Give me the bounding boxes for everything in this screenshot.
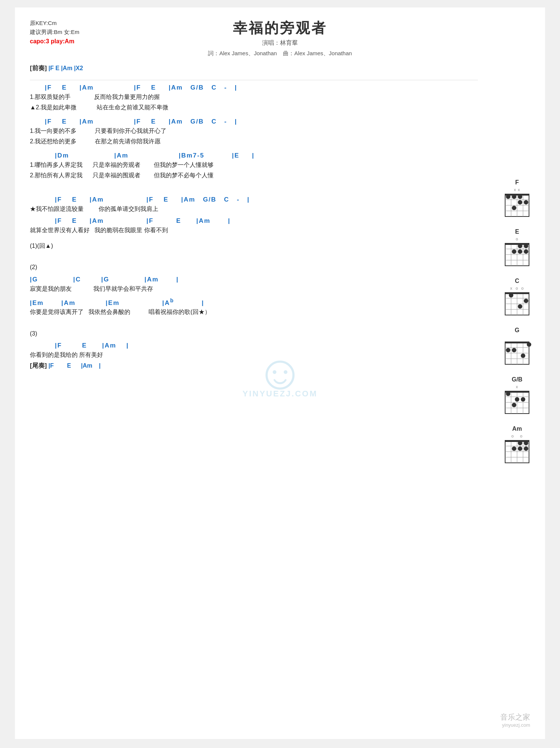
verse-g-chords2: |Em |Am |Em |Ab | — [30, 297, 478, 307]
svg-point-49 — [527, 342, 531, 347]
verse2-lyric2: 2.我还想给的更多 在那之前先请你陪我许愿 — [30, 137, 478, 146]
svg-point-8 — [506, 194, 510, 199]
section2: (2) |G |C |G |Am | 寂寞是我的朋友 我们早就学会和平共存 |E… — [30, 262, 478, 317]
verse-g-lyric1: 寂寞是我的朋友 我们早就学会和平共存 — [30, 284, 478, 294]
verse-g-lyric2: 你要是觉得该离开了 我依然会鼻酸的 唱着祝福你的歌(回★） — [30, 307, 478, 317]
outro-chords: |F E |Am | — [49, 362, 101, 369]
composer: 曲：Alex James、Jonathan — [283, 50, 352, 56]
chord-name-F: F — [493, 179, 541, 186]
intro-chords: |F E |Am |X2 — [49, 65, 83, 71]
performer-line: 演唱：林育羣 — [30, 39, 530, 47]
svg-point-12 — [518, 200, 522, 205]
bridge1-section: |F E |Am |F E |Am G/B C - | ★我不怕跟逆流较量 你的… — [30, 196, 478, 235]
original-key: 原KEY:Cm — [30, 19, 80, 28]
svg-point-36 — [524, 299, 528, 303]
chord-F-svg — [502, 193, 532, 218]
verse1-section: |F E |Am |F E |Am G/B C - | 1.那双质疑的手 反而给… — [30, 84, 478, 112]
chord-diagram-G: G — [493, 327, 541, 366]
verse1-chords1: |F E |Am |F E |Am G/B C - | — [30, 84, 478, 91]
verse2-chords1: |F E |Am |F E |Am G/B C - | — [30, 118, 478, 125]
svg-point-22 — [518, 244, 522, 248]
svg-point-13 — [512, 206, 516, 210]
finale-lyric1: 你看到的是我给的 所有美好 — [30, 350, 478, 360]
suggested-key: 建议男调:Bm 女:Em — [30, 28, 80, 37]
chord-diagram-F: F x x — [493, 179, 541, 218]
verse2-lyric1: 1.我一向要的不多 只要看到你开心我就开心了 — [30, 126, 478, 136]
header-meta: 原KEY:Cm 建议男调:Bm 女:Em capo:3 play:Am — [30, 19, 80, 46]
svg-point-60 — [521, 397, 525, 402]
chord-diagram-GB: G/B x — [493, 376, 541, 415]
performer-label: 演唱： — [262, 40, 280, 46]
chord-E-svg — [502, 242, 532, 267]
chord-C-svg — [502, 291, 532, 317]
performer-name: 林育羣 — [280, 40, 298, 46]
verse1-lyric2: ▲2.我是如此卑微 站在生命之前谁又能不卑微 — [30, 103, 478, 112]
bridge1-lyric1: ★我不怕跟逆流较量 你的孤单请交到我肩上 — [30, 204, 478, 214]
bridge1-chords1: |F E |Am |F E |Am G/B C - | — [30, 196, 478, 203]
credits: 詞：Alex James、Jonathan 曲：Alex James、Jonat… — [30, 50, 530, 57]
svg-point-70 — [518, 441, 522, 445]
svg-rect-34 — [505, 293, 529, 294]
verse2-section: |F E |Am |F E |Am G/B C - | 1.我一向要的不多 只要… — [30, 118, 478, 146]
svg-point-58 — [506, 392, 510, 396]
chorus-lyric1: 1.哪怕再多人界定我 只是幸福的旁观者 但我的梦一个人懂就够 — [30, 160, 478, 170]
svg-point-61 — [512, 403, 516, 407]
song-title: 幸福的旁观者 — [30, 19, 530, 38]
site-name-en: yinyuezj.com — [500, 722, 530, 728]
outro-line: [尾奏] |F E |Am | — [30, 361, 478, 371]
section3: (3) |F E |Am | 你看到的是我给的 所有美好 [尾奏] |F E |… — [30, 329, 478, 371]
repeat-text: (1)(回▲) — [30, 241, 478, 251]
watermark-url: YINYUEZJ.COM — [242, 389, 317, 399]
verse-g-chords1: |G |C |G |Am | — [30, 276, 478, 283]
chord-name-GB: G/B — [493, 376, 541, 383]
chord-name-E: E — [493, 228, 541, 235]
content-area: [前奏] |F E |Am |X2 |F E |Am |F E |Am G/B … — [30, 64, 530, 371]
bridge1-lyric2: 就算全世界没有人看好 我的脆弱在我眼里 你看不到 — [30, 225, 478, 235]
chord-diagram-Am: Am o o — [493, 426, 541, 464]
chord-G-top-markers — [493, 335, 541, 340]
chord-C-top-markers: x o o — [493, 286, 541, 290]
chord-diagram-C: C x o o — [493, 278, 541, 317]
bridge1-chords2: |F E |Am |F E |Am | — [30, 217, 478, 225]
section2-label: (2) — [30, 262, 478, 272]
chord-Am-top-markers: o o — [493, 434, 541, 438]
svg-point-48 — [521, 353, 525, 358]
svg-point-9 — [512, 194, 516, 199]
chord-F-top-markers: x x — [493, 187, 541, 192]
finale-chords1: |F E |Am | — [30, 342, 478, 349]
repeat-mark: (1)(回▲) — [30, 241, 478, 251]
chord-diagrams-panel: F x x — [493, 179, 541, 475]
verse1-lyric1: 1.那双质疑的手 反而给我力量更用力的握 — [30, 92, 478, 102]
svg-point-11 — [524, 200, 528, 205]
chord-G-svg — [502, 340, 532, 366]
svg-point-37 — [518, 304, 522, 309]
svg-point-47 — [512, 348, 516, 352]
intro-label: [前奏] — [30, 65, 47, 72]
section3-label: (3) — [30, 329, 478, 339]
svg-point-74 — [524, 446, 528, 451]
chorus-chords: |Dm |Am |Bm7-5 |E | — [30, 152, 478, 159]
chord-GB-top-markers: x — [493, 384, 541, 389]
chorus-lyric2: 2.那怕所有人界定我 只是幸福的围观者 但我的梦不必每个人懂 — [30, 171, 478, 180]
chord-GB-svg — [502, 390, 532, 415]
svg-point-25 — [518, 249, 522, 254]
site-name-cn: 音乐之家 — [500, 712, 530, 722]
capo-info: capo:3 play:Am — [30, 37, 80, 46]
chord-E-top-markers: o — [493, 237, 541, 241]
intro-section: [前奏] |F E |Am |X2 — [30, 64, 478, 72]
chord-name-Am: Am — [493, 426, 541, 432]
title-block: 幸福的旁观者 演唱：林育羣 — [30, 19, 530, 47]
lyricist: 詞：Alex James、Jonathan — [208, 50, 277, 56]
svg-point-46 — [506, 348, 510, 352]
chord-diagram-E: E o — [493, 228, 541, 267]
svg-point-10 — [518, 194, 522, 199]
chord-name-C: C — [493, 278, 541, 284]
svg-point-72 — [512, 446, 516, 451]
svg-point-71 — [524, 441, 528, 445]
svg-point-73 — [518, 446, 522, 451]
svg-point-26 — [524, 249, 528, 254]
svg-point-24 — [512, 249, 516, 254]
svg-point-35 — [509, 293, 513, 297]
chord-name-G: G — [493, 327, 541, 334]
svg-rect-45 — [505, 342, 529, 343]
